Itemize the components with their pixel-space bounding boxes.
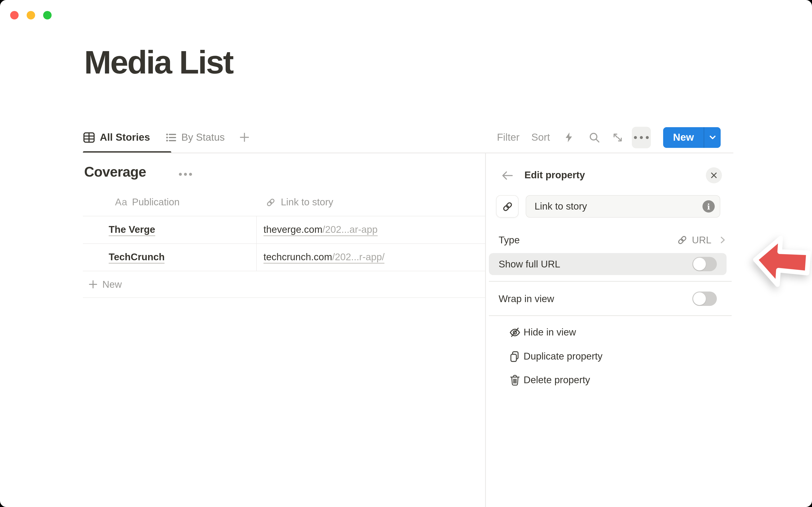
- table-header-row: Aa Publication Link to story: [83, 188, 486, 216]
- expand-icon[interactable]: [612, 131, 623, 143]
- chevron-down-icon[interactable]: [704, 127, 721, 148]
- notion-window: Media List All Stories: [0, 0, 812, 507]
- url-cell[interactable]: techcrunch.com/202...r-app/: [257, 244, 486, 271]
- url-cell[interactable]: theverge.com/202...ar-app: [257, 216, 486, 243]
- menu-item-label: Hide in view: [523, 327, 576, 338]
- show-full-url-label: Show full URL: [499, 258, 560, 270]
- chevron-right-icon: [719, 236, 726, 244]
- property-icon-button[interactable]: [496, 195, 518, 218]
- url-link[interactable]: techcrunch.com/202...r-app/: [263, 251, 385, 264]
- panel-title: Edit property: [524, 169, 585, 181]
- publication-cell[interactable]: TechCrunch: [83, 244, 257, 271]
- text-property-icon: Aa: [115, 196, 127, 208]
- link-icon: [266, 197, 276, 207]
- add-view-button[interactable]: [239, 132, 250, 143]
- tab-label: By Status: [181, 131, 224, 143]
- tab-by-status[interactable]: By Status: [165, 131, 224, 143]
- menu-item-label: Delete property: [523, 374, 590, 386]
- database-title: Coverage: [84, 164, 146, 180]
- duplicate-icon: [506, 350, 523, 363]
- show-full-url-row[interactable]: Show full URL: [489, 253, 726, 275]
- property-name-input[interactable]: Link to story i: [526, 195, 720, 218]
- info-icon[interactable]: i: [703, 200, 715, 213]
- menu-item-delete-property[interactable]: Delete property: [489, 368, 726, 392]
- show-full-url-toggle[interactable]: [692, 257, 717, 271]
- database-options-button[interactable]: [179, 173, 192, 176]
- close-icon: [710, 172, 718, 179]
- link-icon: [677, 234, 688, 245]
- tab-label: All Stories: [100, 131, 150, 143]
- window-controls: [10, 11, 52, 19]
- property-name-value: Link to story: [535, 201, 703, 212]
- panel-section-divider: [489, 281, 732, 282]
- type-row[interactable]: Type URL: [499, 230, 726, 250]
- type-value: URL: [692, 234, 711, 246]
- menu-item-hide-in-view[interactable]: Hide in view: [489, 320, 726, 344]
- link-icon: [501, 201, 513, 212]
- more-options-button[interactable]: [632, 126, 651, 148]
- plus-icon: [239, 132, 250, 143]
- filter-button[interactable]: Filter: [497, 131, 519, 143]
- new-button[interactable]: New: [663, 127, 721, 148]
- wrap-in-view-row[interactable]: Wrap in view: [489, 288, 726, 310]
- tabbar-divider: [83, 153, 733, 153]
- panel-divider: [485, 153, 486, 507]
- menu-item-duplicate-property[interactable]: Duplicate property: [489, 344, 726, 369]
- panel-section-divider: [489, 315, 732, 316]
- new-row-label: New: [102, 279, 122, 290]
- trash-icon: [506, 374, 523, 386]
- minimize-window-button[interactable]: [27, 11, 35, 19]
- column-label: Link to story: [281, 196, 333, 208]
- type-label: Type: [499, 234, 520, 246]
- new-button-label[interactable]: New: [663, 127, 704, 148]
- table-view-icon: [83, 131, 95, 143]
- new-row-button[interactable]: New: [83, 271, 486, 298]
- url-link[interactable]: theverge.com/202...ar-app: [263, 223, 378, 236]
- wrap-in-view-toggle[interactable]: [692, 291, 717, 306]
- close-window-button[interactable]: [10, 11, 18, 19]
- tab-all-stories[interactable]: All Stories: [83, 131, 150, 143]
- page-link[interactable]: The Verge: [109, 223, 155, 236]
- table-row: TechCrunch techcrunch.com/202...r-app/: [83, 243, 486, 271]
- column-label: Publication: [132, 196, 180, 208]
- lightning-icon[interactable]: [564, 131, 574, 143]
- list-view-icon: [165, 131, 176, 143]
- column-header-link-to-story[interactable]: Link to story: [257, 196, 486, 208]
- column-header-publication[interactable]: Aa Publication: [83, 196, 257, 208]
- page-title: Media List: [84, 44, 233, 81]
- table-row: The Verge theverge.com/202...ar-app: [83, 216, 486, 243]
- wrap-in-view-label: Wrap in view: [499, 293, 554, 304]
- zoom-window-button[interactable]: [43, 11, 52, 19]
- sort-button[interactable]: Sort: [531, 131, 550, 143]
- close-panel-button[interactable]: [706, 167, 722, 183]
- publication-cell[interactable]: The Verge: [83, 216, 257, 243]
- menu-item-label: Duplicate property: [523, 351, 602, 362]
- eye-off-icon: [506, 326, 523, 338]
- database-table: Aa Publication Link to story: [83, 188, 486, 298]
- page-link[interactable]: TechCrunch: [109, 251, 165, 264]
- plus-icon: [88, 279, 98, 289]
- back-arrow-icon[interactable]: [501, 169, 514, 182]
- search-icon[interactable]: [589, 131, 600, 143]
- red-arrow-sticker: [748, 229, 812, 295]
